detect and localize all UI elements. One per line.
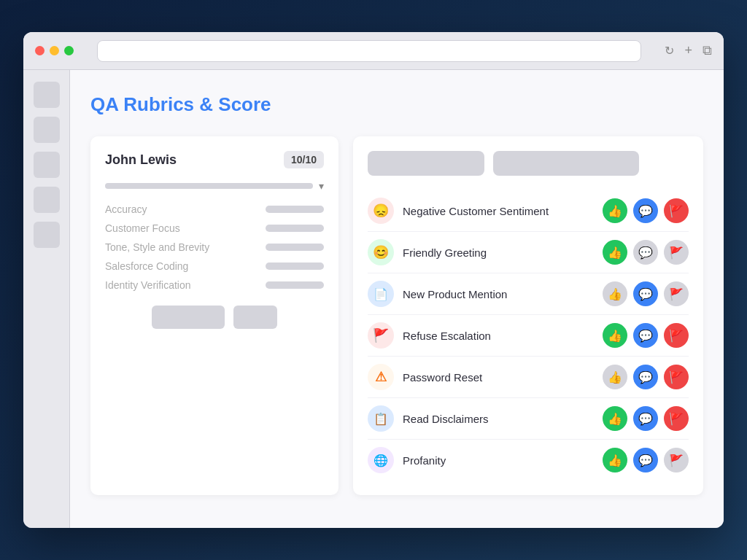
- sidebar-item-4[interactable]: [34, 187, 60, 213]
- rubric-row-new-product: 📄 New Product Mention 👍 💬 🚩: [368, 273, 689, 315]
- rubric-row-password-reset: ⚠ Password Reset 👍 💬 🚩: [368, 357, 689, 398]
- flag-button-3[interactable]: 🚩: [664, 323, 689, 348]
- thumbsup-button-0[interactable]: 👍: [603, 198, 627, 223]
- thumbsup-button-5[interactable]: 👍: [603, 406, 627, 431]
- sidebar-item-2[interactable]: [34, 117, 60, 143]
- page-title: QA Rubrics & Score: [90, 93, 703, 116]
- agent-name: John Lewis: [105, 152, 177, 168]
- action-icons-4: 👍 💬 🚩: [603, 365, 689, 389]
- rubric-label-accuracy: Accuracy: [105, 203, 147, 215]
- sidebar: [23, 70, 70, 528]
- rubric-score-bar-identity: [266, 281, 324, 289]
- comment-button-5[interactable]: 💬: [633, 406, 658, 431]
- negative-sentiment-label: Negative Customer Sentiment: [403, 205, 594, 217]
- flag-button-1[interactable]: 🚩: [664, 240, 689, 265]
- password-reset-icon: ⚠: [368, 364, 394, 390]
- thumbsup-button-6[interactable]: 👍: [603, 448, 627, 472]
- rubric-row-friendly-greeting: 😊 Friendly Greeting 👍 💬 🚩: [368, 232, 689, 273]
- thumbsup-button-1[interactable]: 👍: [603, 240, 627, 265]
- password-reset-label: Password Reset: [403, 371, 594, 384]
- traffic-lights: [35, 46, 74, 55]
- chevron-down-icon: ▾: [319, 180, 324, 192]
- flag-button-4[interactable]: 🚩: [664, 365, 689, 389]
- rubric-row-read-disclaimers: 📋 Read Disclaimers 👍 💬 🚩: [368, 398, 689, 440]
- action-icons-1: 👍 💬 🚩: [603, 240, 689, 265]
- rubric-score-bar-accuracy: [266, 206, 324, 213]
- sidebar-item-5[interactable]: [34, 222, 60, 248]
- rubric-row-profanity: 🌐 Profanity 👍 💬 🚩: [368, 440, 689, 481]
- header-filter-1[interactable]: [368, 151, 484, 176]
- dropdown-row[interactable]: ▾: [105, 180, 324, 192]
- rubric-item-tone: Tone, Style and Brevity: [105, 241, 324, 253]
- footer-secondary-button[interactable]: [233, 306, 277, 329]
- flag-button-2[interactable]: 🚩: [664, 281, 689, 306]
- rubric-row-refuse-escalation: 🚩 Refuse Escalation 👍 💬 🚩: [368, 315, 689, 357]
- rubric-row-negative-sentiment: 😞 Negative Customer Sentiment 👍 💬 🚩: [368, 190, 689, 232]
- sidebar-item-3[interactable]: [34, 152, 60, 178]
- action-icons-3: 👍 💬 🚩: [603, 323, 689, 348]
- thumbsup-button-2[interactable]: 👍: [603, 281, 627, 306]
- browser-actions: ↻ + ⧉: [665, 43, 712, 58]
- refuse-escalation-icon: 🚩: [368, 322, 394, 349]
- browser-content: QA Rubrics & Score John Lewis 10/10 ▾ Ac…: [23, 70, 724, 528]
- right-panel: 😞 Negative Customer Sentiment 👍 💬 🚩 😊 Fr…: [353, 136, 703, 495]
- right-header: [368, 151, 689, 176]
- thumbsup-button-3[interactable]: 👍: [603, 323, 627, 348]
- sidebar-item-1[interactable]: [34, 82, 60, 108]
- rubric-score-bar-customer-focus: [266, 225, 324, 232]
- rubric-items: Accuracy Customer Focus Tone, Style and …: [105, 203, 324, 291]
- left-panel: John Lewis 10/10 ▾ Accuracy Customer: [90, 136, 338, 495]
- browser-window: ↻ + ⧉ QA Rubrics & Score John Lewis 10/1…: [23, 32, 724, 528]
- comment-button-4[interactable]: 💬: [633, 365, 658, 389]
- comment-button-3[interactable]: 💬: [633, 323, 658, 348]
- new-product-label: New Product Mention: [403, 288, 594, 300]
- flag-button-5[interactable]: 🚩: [664, 406, 689, 431]
- rubric-label-salesforce: Salesforce Coding: [105, 260, 188, 272]
- comment-button-0[interactable]: 💬: [633, 198, 658, 223]
- action-icons-0: 👍 💬 🚩: [603, 198, 689, 223]
- action-icons-5: 👍 💬 🚩: [603, 406, 689, 431]
- rubric-item-accuracy: Accuracy: [105, 203, 324, 215]
- maximize-button[interactable]: [64, 46, 74, 55]
- comment-button-6[interactable]: 💬: [633, 448, 658, 472]
- url-bar[interactable]: [97, 40, 641, 62]
- reload-icon[interactable]: ↻: [665, 44, 674, 58]
- dropdown-bar: [105, 183, 313, 189]
- rubric-label-tone: Tone, Style and Brevity: [105, 241, 209, 253]
- action-icons-6: 👍 💬 🚩: [603, 448, 689, 472]
- action-icons-2: 👍 💬 🚩: [603, 281, 689, 306]
- minimize-button[interactable]: [50, 46, 59, 55]
- copy-tab-icon[interactable]: ⧉: [703, 43, 712, 58]
- close-button[interactable]: [35, 46, 44, 55]
- browser-titlebar: ↻ + ⧉: [23, 32, 724, 70]
- rubric-score-bar-tone: [266, 244, 324, 251]
- friendly-greeting-label: Friendly Greeting: [403, 246, 594, 259]
- rubric-label-customer-focus: Customer Focus: [105, 222, 180, 234]
- new-tab-icon[interactable]: +: [684, 43, 692, 58]
- read-disclaimers-label: Read Disclaimers: [403, 413, 594, 425]
- negative-sentiment-icon: 😞: [368, 198, 394, 224]
- read-disclaimers-icon: 📋: [368, 405, 394, 432]
- score-badge: 10/10: [284, 151, 324, 168]
- rubric-item-identity: Identity Verification: [105, 279, 324, 291]
- new-product-icon: 📄: [368, 281, 394, 307]
- header-filter-2[interactable]: [493, 151, 639, 176]
- rubric-item-salesforce: Salesforce Coding: [105, 260, 324, 272]
- rubric-label-identity: Identity Verification: [105, 279, 191, 291]
- main-area: QA Rubrics & Score John Lewis 10/10 ▾ Ac…: [70, 70, 724, 528]
- flag-button-6[interactable]: 🚩: [664, 448, 689, 472]
- refuse-escalation-label: Refuse Escalation: [403, 330, 594, 342]
- comment-button-2[interactable]: 💬: [633, 281, 658, 306]
- agent-row: John Lewis 10/10: [105, 151, 324, 168]
- flag-button-0[interactable]: 🚩: [664, 198, 689, 223]
- footer-primary-button[interactable]: [152, 306, 225, 329]
- thumbsup-button-4[interactable]: 👍: [603, 365, 627, 389]
- rubric-score-bar-salesforce: [266, 262, 324, 270]
- profanity-icon: 🌐: [368, 447, 394, 473]
- rubric-item-customer-focus: Customer Focus: [105, 222, 324, 234]
- friendly-greeting-icon: 😊: [368, 239, 394, 265]
- content-grid: John Lewis 10/10 ▾ Accuracy Customer: [90, 136, 703, 495]
- profanity-label: Profanity: [403, 454, 594, 467]
- comment-button-1[interactable]: 💬: [633, 240, 658, 265]
- left-footer: [105, 306, 324, 329]
